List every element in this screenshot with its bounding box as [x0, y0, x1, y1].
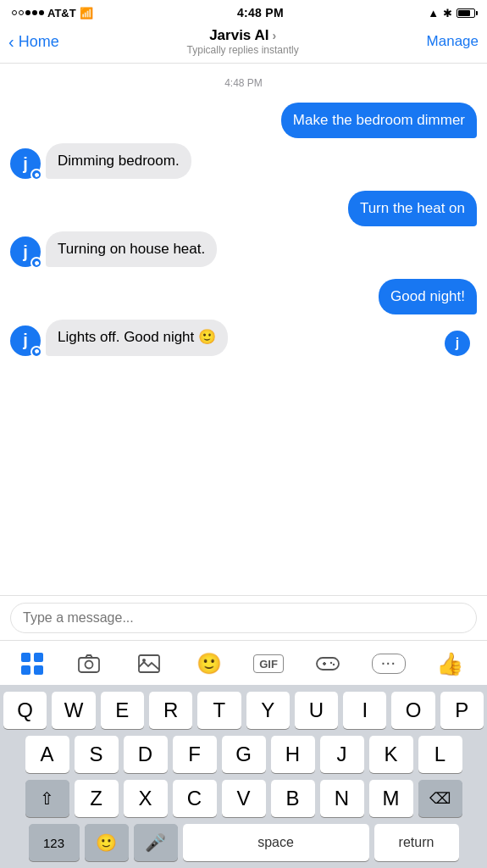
keyboard-row-2: A S D F G H J K L: [3, 736, 484, 773]
key-v[interactable]: V: [222, 780, 266, 817]
messenger-badge-icon: [30, 346, 42, 358]
chat-name[interactable]: Jarvis AI ›: [187, 27, 299, 44]
manage-button[interactable]: Manage: [427, 33, 479, 50]
key-x[interactable]: X: [124, 780, 168, 817]
key-g[interactable]: G: [222, 736, 266, 773]
key-a[interactable]: A: [25, 736, 69, 773]
key-e[interactable]: E: [101, 692, 144, 729]
numbers-key[interactable]: 123: [29, 824, 80, 861]
keyboard-row-1: Q W E R T Y U I O P: [3, 692, 484, 729]
camera-button[interactable]: [73, 648, 105, 680]
avatar: j: [10, 326, 41, 356]
emoji-button[interactable]: 🙂: [193, 648, 225, 680]
svg-point-8: [333, 664, 335, 665]
status-right: ▲ ✱: [428, 7, 475, 19]
time-label: 4:48 PM: [237, 6, 284, 19]
messenger-badge-icon: [30, 169, 42, 181]
key-b[interactable]: B: [271, 780, 315, 817]
keyboard-row-3: ⇧ Z X C V B N M ⌫: [3, 780, 484, 817]
signal-icon: [12, 10, 44, 15]
bluetooth-icon: ✱: [443, 7, 452, 19]
message-row: j Lights off. Good night 🙂 j: [10, 320, 477, 355]
key-i[interactable]: I: [343, 692, 386, 729]
key-j[interactable]: J: [320, 736, 364, 773]
chat-timestamp: 4:48 PM: [10, 77, 477, 89]
avatar: j: [10, 236, 41, 267]
message-row: Good night!: [10, 279, 477, 314]
key-w[interactable]: W: [52, 692, 95, 729]
key-o[interactable]: O: [391, 692, 434, 729]
gamepad-button[interactable]: [312, 648, 344, 680]
back-button[interactable]: ‹ Home: [8, 32, 59, 52]
svg-rect-0: [79, 658, 99, 672]
key-d[interactable]: D: [124, 736, 168, 773]
key-r[interactable]: R: [149, 692, 192, 729]
nav-center: Jarvis AI › Typically replies instantly: [187, 27, 299, 56]
status-left: AT&T 📶: [12, 7, 93, 19]
key-c[interactable]: C: [173, 780, 217, 817]
space-key[interactable]: space: [183, 824, 369, 861]
key-n[interactable]: N: [320, 780, 364, 817]
carrier-label: AT&T: [47, 7, 76, 19]
key-s[interactable]: S: [75, 736, 119, 773]
svg-point-1: [85, 661, 92, 669]
more-button[interactable]: ···: [372, 654, 406, 674]
message-row: j Turning on house heat.: [10, 231, 477, 267]
chat-area: 4:48 PM Make the bedroom dimmer j Dimmin…: [0, 64, 487, 595]
key-h[interactable]: H: [271, 736, 315, 773]
wifi-icon: 📶: [80, 7, 93, 19]
microphone-key[interactable]: 🎤: [134, 824, 178, 861]
shift-key[interactable]: ⇧: [25, 780, 69, 817]
svg-point-3: [142, 659, 146, 662]
status-bar: AT&T 📶 4:48 PM ▲ ✱: [0, 0, 487, 24]
return-key[interactable]: return: [374, 824, 459, 861]
nav-subtitle: Typically replies instantly: [187, 44, 299, 56]
key-y[interactable]: Y: [246, 692, 290, 729]
message-input-bar: [0, 595, 487, 640]
key-z[interactable]: Z: [75, 780, 119, 817]
key-p[interactable]: P: [440, 692, 484, 729]
floating-avatar: j: [445, 331, 470, 356]
svg-point-7: [330, 662, 332, 664]
key-l[interactable]: L: [418, 736, 462, 773]
svg-rect-4: [317, 658, 339, 670]
battery-icon: [457, 8, 475, 18]
received-bubble: Dimming bedroom.: [46, 143, 191, 179]
toolbar: 🙂 GIF ··· 👍: [0, 640, 487, 685]
received-bubble: Turning on house heat.: [46, 231, 217, 267]
back-chevron-icon: ‹: [8, 32, 14, 52]
location-icon: ▲: [428, 7, 439, 19]
emoji-key[interactable]: 🙂: [85, 824, 129, 861]
key-k[interactable]: K: [369, 736, 413, 773]
key-f[interactable]: F: [173, 736, 217, 773]
message-row: Make the bedroom dimmer: [10, 103, 477, 138]
name-chevron-icon: ›: [272, 29, 276, 42]
key-q[interactable]: Q: [3, 692, 47, 729]
key-t[interactable]: T: [197, 692, 241, 729]
key-u[interactable]: U: [295, 692, 338, 729]
apps-button[interactable]: [21, 652, 45, 676]
sent-bubble: Make the bedroom dimmer: [281, 103, 477, 138]
message-input[interactable]: [10, 603, 477, 633]
avatar: j: [10, 148, 41, 179]
gif-button[interactable]: GIF: [253, 654, 284, 673]
key-m[interactable]: M: [369, 780, 413, 817]
sent-bubble: Good night!: [379, 279, 477, 314]
backspace-key[interactable]: ⌫: [418, 780, 462, 817]
back-label: Home: [19, 33, 59, 51]
sent-bubble: Turn the heat on: [348, 191, 477, 226]
message-row: Turn the heat on: [10, 191, 477, 226]
messenger-badge-icon: [30, 257, 42, 269]
message-row: j Dimming bedroom.: [10, 143, 477, 179]
keyboard: Q W E R T Y U I O P A S D F G H J K L ⇧ …: [0, 685, 487, 868]
image-button[interactable]: [133, 648, 165, 680]
keyboard-bottom-row: 123 🙂 🎤 space return: [3, 824, 484, 861]
received-bubble: Lights off. Good night 🙂: [46, 320, 228, 355]
like-button[interactable]: 👍: [434, 648, 466, 680]
nav-bar: ‹ Home Jarvis AI › Typically replies ins…: [0, 24, 487, 64]
